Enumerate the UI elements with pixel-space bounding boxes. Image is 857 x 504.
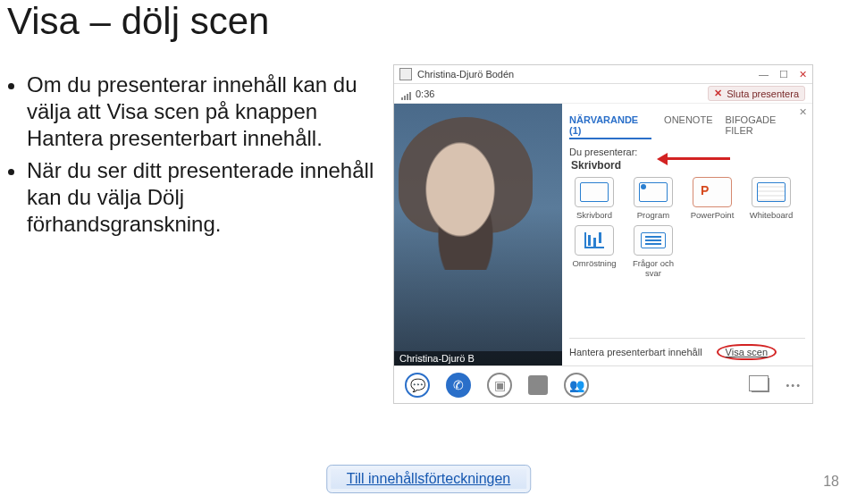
stop-presenting-label: Sluta presentera	[727, 88, 799, 99]
app-icon	[399, 68, 412, 80]
panel-footer: Hantera presenterbart innehåll Visa scen	[569, 338, 805, 360]
whiteboard-icon	[752, 177, 791, 207]
option-label: Whiteboard	[750, 210, 794, 220]
bullet-list: Om du presenterar innehåll kan du välja …	[7, 71, 382, 243]
secondary-bar: 0:36 ✕ Sluta presentera	[394, 84, 812, 104]
signal-time: 0:36	[401, 88, 434, 99]
option-label: Frågor och svar	[633, 258, 674, 278]
video-pane: Christina-Djurö B	[394, 104, 562, 365]
video-icon[interactable]: ▣	[487, 373, 512, 398]
signal-icon	[401, 89, 412, 97]
visa-scen-link[interactable]: Visa scen	[717, 344, 777, 360]
qa-icon	[634, 225, 673, 256]
tab-onenote[interactable]: ONENOTE	[664, 114, 712, 139]
chat-icon[interactable]: 💬	[405, 373, 430, 398]
option-whiteboard[interactable]: Whiteboard	[746, 177, 796, 220]
present-options-grid: Skrivbord Program PowerPoint Whiteboard …	[569, 177, 805, 278]
presentable-panel: ✕ NÄRVARANDE (1) ONENOTE BIFOGADE FILER …	[562, 104, 812, 365]
x-icon: ✕	[714, 88, 722, 99]
participants-icon[interactable]: 👥	[564, 373, 589, 398]
toc-button[interactable]: Till innehållsförteckningen	[326, 465, 532, 493]
option-label: Omröstning	[572, 258, 616, 268]
option-skrivbord[interactable]: Skrivbord	[569, 177, 619, 220]
option-powerpoint[interactable]: PowerPoint	[687, 177, 737, 220]
window-user-name: Christina-Djurö Bodén	[417, 69, 514, 80]
option-label: PowerPoint	[691, 210, 735, 220]
program-icon	[634, 177, 673, 207]
desktop-icon	[575, 177, 614, 207]
powerpoint-icon	[693, 177, 732, 207]
panel-close-icon[interactable]: ✕	[799, 106, 807, 118]
page-title: Visa – dölj scen	[7, 0, 269, 43]
app-screenshot: Christina-Djurö Bodén — ☐ ✕ 0:36 ✕ Sluta…	[393, 64, 813, 404]
video-caption: Christina-Djurö B	[394, 351, 562, 365]
option-label: Skrivbord	[576, 210, 612, 220]
option-label: Program	[637, 210, 669, 220]
minimize-icon[interactable]: —	[759, 69, 769, 80]
manage-presentable-link[interactable]: Hantera presenterbart innehåll	[569, 347, 702, 357]
maximize-icon[interactable]: ☐	[779, 69, 788, 80]
phone-icon[interactable]: ✆	[446, 373, 471, 398]
bullet-item: När du ser ditt presenterade innehåll ka…	[27, 157, 382, 238]
layout-icon[interactable]	[752, 378, 769, 392]
more-icon[interactable]: •••	[786, 380, 802, 391]
tab-narvarande[interactable]: NÄRVARANDE (1)	[569, 114, 651, 139]
bullet-item: Om du presenterar innehåll kan du välja …	[27, 71, 382, 152]
present-icon[interactable]	[528, 375, 548, 395]
option-omrostning[interactable]: Omröstning	[569, 225, 619, 278]
annotation-arrow	[659, 152, 730, 164]
close-icon[interactable]: ✕	[799, 69, 807, 80]
page-number: 18	[823, 474, 839, 490]
control-bar: 💬 ✆ ▣ 👥 •••	[394, 365, 812, 403]
call-timer: 0:36	[416, 88, 434, 99]
poll-icon	[575, 225, 614, 256]
tab-bifogade[interactable]: BIFOGADE FILER	[726, 114, 806, 139]
video-content	[412, 136, 519, 270]
window-titlebar: Christina-Djurö Bodén — ☐ ✕	[394, 65, 812, 84]
option-program[interactable]: Program	[628, 177, 678, 220]
stop-presenting-button[interactable]: ✕ Sluta presentera	[708, 86, 805, 101]
panel-tabs: NÄRVARANDE (1) ONENOTE BIFOGADE FILER	[569, 114, 805, 139]
option-fragor[interactable]: Frågor och svar	[628, 225, 678, 278]
